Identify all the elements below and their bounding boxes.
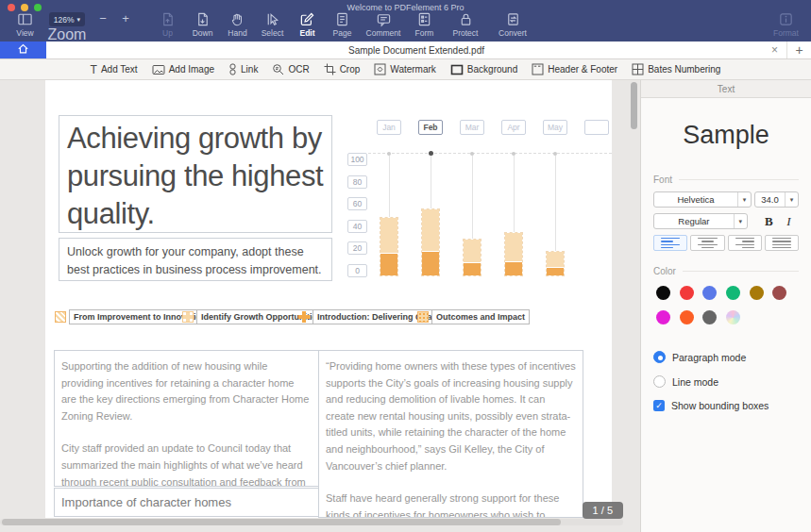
stacked-bar[interactable] <box>463 239 482 276</box>
ocr-magnifier-icon <box>272 63 284 75</box>
font-family-select[interactable]: Helvetica ▾ <box>653 191 752 208</box>
chart[interactable]: 100806040200JanFebMarAprMay <box>340 118 612 302</box>
page-indicator: 1 / 5 <box>583 502 623 519</box>
page-button[interactable]: Page <box>325 11 360 38</box>
color-swatch[interactable] <box>726 310 740 324</box>
comment-button[interactable]: Comment <box>360 11 407 38</box>
chart-month-blank[interactable] <box>584 120 609 135</box>
home-button[interactable] <box>0 42 46 58</box>
right-column-textbox[interactable]: “Providing home owners with these types … <box>318 350 583 518</box>
align-center-button[interactable] <box>690 235 724 251</box>
left-column-textbox[interactable]: Supporting the addition of new housing w… <box>54 350 319 487</box>
paragraph-mode-option[interactable]: Paragraph mode <box>653 351 799 363</box>
chart-month-may[interactable]: May <box>543 120 567 135</box>
main-toolbar: View 126% ▾ Zoom − + Up Down <box>8 11 803 41</box>
bates-numbering-button[interactable]: Bates Numbering <box>632 63 720 75</box>
tab-title: Sample Document Extended.pdf <box>348 45 484 56</box>
stacked-bar[interactable] <box>504 232 523 276</box>
crop-button[interactable]: Crop <box>324 63 361 75</box>
zoom-value: 126% <box>54 15 75 25</box>
color-swatch[interactable] <box>726 286 740 300</box>
align-right-button[interactable] <box>728 235 762 251</box>
up-button[interactable]: Up <box>150 11 185 38</box>
document-tab[interactable]: Sample Document Extended.pdf × <box>46 42 786 58</box>
section-heading-textbox[interactable]: Importance of character homes <box>54 488 319 517</box>
header-footer-button[interactable]: Header & Footer <box>532 63 617 75</box>
format-button[interactable]: Format <box>769 11 803 38</box>
color-swatch[interactable] <box>656 310 670 324</box>
color-swatch[interactable] <box>702 310 717 324</box>
hand-button[interactable]: Hand <box>220 11 255 38</box>
zoom-out-button[interactable]: − <box>92 11 114 26</box>
edit-icon <box>299 11 315 27</box>
lock-icon <box>458 11 474 27</box>
link-button[interactable]: Link <box>228 63 258 75</box>
titlebar: Welcome to PDFelement 6 Pro View 126% ▾ … <box>0 0 811 42</box>
show-bounding-boxes-option[interactable]: ✓ Show bounding boxes <box>653 400 799 411</box>
chart-month-apr[interactable]: Apr <box>501 120 526 135</box>
page-icon <box>334 11 350 27</box>
stacked-bar[interactable] <box>421 208 440 276</box>
font-size-select[interactable]: 34.0 ▾ <box>754 191 799 208</box>
line-mode-option[interactable]: Line mode <box>653 375 799 388</box>
align-left-button[interactable] <box>653 235 687 251</box>
heading-textbox[interactable]: Achieving growth by pursuing the highest… <box>59 115 332 233</box>
zoom-window-icon[interactable] <box>34 4 42 11</box>
y-axis-tick: 40 <box>347 220 367 233</box>
pdf-page[interactable]: Achieving growth by pursuing the highest… <box>45 80 612 518</box>
watermark-button[interactable]: Watermark <box>374 63 436 75</box>
drop-line <box>514 156 515 232</box>
color-swatch[interactable] <box>656 286 670 300</box>
ocr-button[interactable]: OCR <box>272 63 309 75</box>
edit-button[interactable]: Edit <box>290 11 325 38</box>
add-image-button[interactable]: Add Image <box>152 64 214 75</box>
color-swatch[interactable] <box>680 310 694 324</box>
convert-button[interactable]: Convert <box>489 11 536 38</box>
color-swatch[interactable] <box>772 286 786 300</box>
text-properties-panel: Text Sample Font Helvetica ▾ 34.0 ▾ Regu… <box>640 80 811 532</box>
background-button[interactable]: Background <box>450 64 517 75</box>
font-preview: Sample <box>641 121 811 150</box>
zoom-in-button[interactable]: + <box>114 11 137 26</box>
minimize-window-icon[interactable] <box>21 4 28 11</box>
horizontal-scrollbar[interactable] <box>0 519 623 525</box>
select-button[interactable]: Select <box>255 11 290 38</box>
align-justify-button[interactable] <box>765 235 799 251</box>
panel-title: Text <box>641 80 811 98</box>
form-button[interactable]: Form <box>407 11 442 38</box>
vertical-scrollbar[interactable] <box>631 82 637 129</box>
font-style-select[interactable]: Regular ▾ <box>653 213 748 229</box>
color-swatch[interactable] <box>680 286 694 300</box>
color-swatches <box>656 286 796 324</box>
color-swatch[interactable] <box>702 286 717 300</box>
horizontal-scrollbar-thumb[interactable] <box>2 519 561 525</box>
stacked-bar[interactable] <box>546 251 565 276</box>
stacked-bar[interactable] <box>380 217 398 276</box>
add-text-button[interactable]: T Add Text <box>91 63 138 76</box>
chart-month-jan[interactable]: Jan <box>377 120 401 135</box>
subtitle-textbox[interactable]: Unlock growth for your company, adopt th… <box>59 238 332 281</box>
tab-bar: Sample Document Extended.pdf × + <box>0 42 811 59</box>
dotted-square-icon <box>417 311 429 323</box>
chart-month-mar[interactable]: Mar <box>460 120 484 135</box>
new-tab-button[interactable]: + <box>786 42 811 58</box>
crop-icon <box>324 63 336 75</box>
view-button[interactable]: View <box>8 11 42 38</box>
timeline-dot <box>553 152 557 156</box>
color-swatch[interactable] <box>750 286 764 300</box>
protect-button[interactable]: Protect <box>442 11 489 38</box>
paragraph: Supporting the addition of new housing w… <box>61 358 312 424</box>
chart-timeline <box>368 153 612 154</box>
chart-month-feb[interactable]: Feb <box>418 120 443 135</box>
badge-outcomes[interactable]: Outcomes and Impact <box>417 309 530 324</box>
zoom-dropdown[interactable]: 126% ▾ <box>49 12 85 26</box>
paragraph: Staff have heard generally strong suppor… <box>326 490 576 518</box>
link-icon <box>228 63 237 75</box>
down-button[interactable]: Down <box>185 11 220 38</box>
close-tab-icon[interactable]: × <box>771 44 778 56</box>
close-window-icon[interactable] <box>8 4 15 11</box>
watermark-icon <box>374 63 386 75</box>
italic-button[interactable]: I <box>779 214 799 229</box>
caret-down-icon: ▾ <box>785 192 798 207</box>
bold-button[interactable]: B <box>759 214 779 229</box>
